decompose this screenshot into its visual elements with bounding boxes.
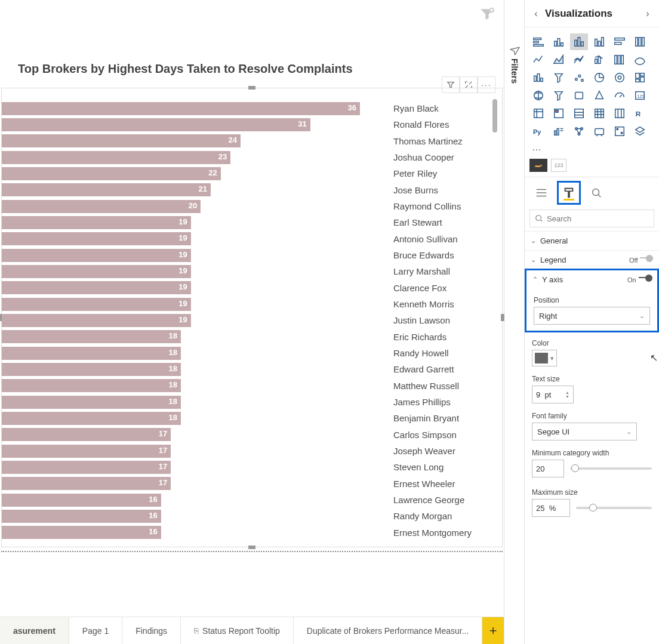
search-input[interactable] — [547, 214, 649, 223]
viz-type-icon[interactable] — [590, 123, 608, 140]
values-field-well[interactable]: 123 — [551, 159, 566, 172]
bar[interactable]: 31 — [2, 118, 310, 131]
collapse-pane-icon[interactable]: ‹ — [531, 8, 541, 19]
bar[interactable]: 20 — [2, 200, 201, 213]
bar[interactable]: 18 — [2, 396, 181, 409]
page-tab[interactable]: Page 1 — [69, 617, 122, 644]
viz-type-icon[interactable] — [550, 123, 568, 140]
page-tab[interactable]: ⎘Status Report Tooltip — [181, 617, 294, 644]
filters-pane-collapsed[interactable]: Filters — [504, 0, 524, 644]
viz-type-icon[interactable] — [611, 105, 629, 122]
page-tab[interactable]: asurement — [0, 617, 69, 644]
bar[interactable]: 16 — [2, 526, 161, 539]
viz-type-icon[interactable] — [570, 33, 588, 50]
axis-field-well[interactable]: ▬▪ — [529, 159, 547, 172]
bar[interactable]: 18 — [2, 363, 181, 376]
scrollbar[interactable] — [492, 99, 497, 133]
bar[interactable]: 19 — [2, 298, 191, 311]
viz-type-icon[interactable] — [550, 33, 568, 50]
viz-type-icon[interactable] — [611, 123, 629, 140]
expand-pane-icon[interactable]: › — [642, 8, 653, 19]
bar[interactable]: 17 — [2, 461, 171, 474]
bar[interactable]: 18 — [2, 347, 181, 360]
viz-type-icon[interactable]: 123 — [631, 87, 649, 104]
add-page-button[interactable]: + — [482, 617, 504, 644]
analytics-tab-icon[interactable] — [584, 181, 608, 205]
format-tab-icon[interactable] — [557, 181, 581, 205]
resize-handle[interactable] — [248, 86, 255, 90]
viz-type-icon[interactable] — [529, 33, 547, 50]
general-section[interactable]: ⌄ General — [525, 232, 659, 250]
bar[interactable]: 22 — [2, 167, 221, 180]
viz-type-icon[interactable] — [631, 33, 649, 50]
bar[interactable]: 17 — [2, 445, 171, 458]
legend-toggle[interactable] — [640, 257, 653, 263]
viz-type-icon[interactable] — [611, 51, 629, 68]
viz-type-icon[interactable] — [590, 69, 608, 86]
viz-type-icon[interactable] — [611, 87, 629, 104]
viz-type-icon[interactable] — [529, 105, 547, 122]
viz-type-icon[interactable] — [550, 87, 568, 104]
bar[interactable]: 17 — [2, 477, 171, 490]
bar[interactable]: 23 — [2, 151, 230, 164]
bar[interactable]: 19 — [2, 314, 191, 327]
visual-type-gallery: 123RPy — [525, 27, 659, 142]
viz-type-icon[interactable] — [631, 69, 649, 86]
viz-type-icon[interactable] — [631, 123, 649, 140]
viz-type-icon[interactable] — [550, 51, 568, 68]
viz-type-icon[interactable] — [611, 33, 629, 50]
viz-type-icon[interactable] — [590, 51, 608, 68]
bar[interactable]: 24 — [2, 134, 241, 147]
max-size-slider[interactable] — [576, 507, 652, 509]
viz-type-icon[interactable] — [570, 69, 588, 86]
bar[interactable]: 19 — [2, 281, 191, 294]
position-select[interactable]: Right ⌄ — [534, 307, 650, 325]
color-picker[interactable]: ▾ — [532, 350, 557, 366]
bar[interactable]: 16 — [2, 510, 161, 523]
bar[interactable]: 18 — [2, 379, 181, 392]
bar[interactable]: 36 — [2, 102, 360, 115]
viz-type-icon[interactable] — [529, 87, 547, 104]
viz-type-icon[interactable] — [631, 51, 649, 68]
bar[interactable]: 19 — [2, 232, 191, 245]
viz-type-icon[interactable] — [529, 69, 547, 86]
page-tab[interactable]: Findings — [122, 617, 181, 644]
bar[interactable]: 18 — [2, 330, 181, 343]
max-size-input[interactable]: 25 % — [532, 499, 570, 517]
legend-section[interactable]: ⌄ Legend Off — [525, 251, 659, 269]
y-axis-toggle[interactable] — [639, 277, 651, 283]
viz-type-icon[interactable] — [570, 87, 588, 104]
y-axis-section[interactable]: ⌃ Y axis On — [526, 270, 657, 289]
viz-type-icon[interactable] — [570, 123, 588, 140]
viz-type-icon[interactable] — [529, 51, 547, 68]
page-tab[interactable]: Duplicate of Brokers Performance Measur.… — [294, 617, 483, 644]
viz-type-icon[interactable] — [611, 69, 629, 86]
bar[interactable]: 19 — [2, 265, 191, 278]
bar[interactable]: 17 — [2, 428, 171, 441]
bar[interactable]: 19 — [2, 216, 191, 229]
viz-type-icon[interactable] — [590, 33, 608, 50]
filter-clear-icon[interactable] — [479, 6, 495, 23]
viz-type-icon[interactable] — [550, 69, 568, 86]
viz-type-icon[interactable]: R — [631, 105, 649, 122]
text-size-input[interactable]: 9 pt ▲▼ — [532, 386, 574, 403]
svg-rect-34 — [640, 77, 644, 82]
format-search[interactable] — [529, 209, 654, 227]
viz-type-icon[interactable]: Py — [529, 123, 547, 140]
min-category-width-input[interactable]: 20 — [532, 460, 564, 477]
min-category-width-slider[interactable] — [570, 467, 652, 470]
viz-type-icon[interactable] — [570, 105, 588, 122]
bar[interactable]: 19 — [2, 249, 191, 262]
bar[interactable]: 18 — [2, 412, 181, 425]
bar[interactable]: 16 — [2, 494, 161, 507]
bar[interactable]: 21 — [2, 183, 211, 196]
more-visuals-icon[interactable]: … — [525, 142, 659, 156]
fields-tab-icon[interactable] — [529, 181, 553, 205]
viz-type-icon[interactable] — [590, 105, 608, 122]
viz-type-icon[interactable] — [550, 105, 568, 122]
viz-type-icon[interactable] — [570, 51, 588, 68]
font-family-select[interactable]: Segoe UI ⌄ — [532, 423, 637, 440]
viz-type-icon[interactable] — [590, 87, 608, 104]
resize-handle[interactable] — [248, 546, 255, 549]
bar-chart-visual[interactable]: 3631242322212019191919191919181818181818… — [1, 88, 503, 547]
